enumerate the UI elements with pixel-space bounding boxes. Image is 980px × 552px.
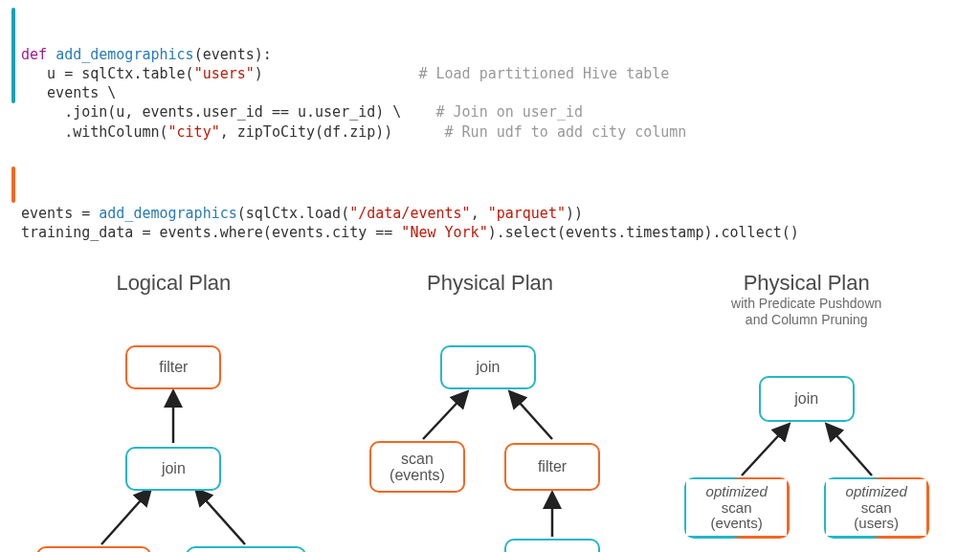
svg-line-4	[511, 393, 552, 439]
code2-str1: "/data/events"	[349, 205, 470, 222]
svg-line-2	[197, 491, 245, 544]
logical-arrows	[25, 298, 322, 552]
code-block-def: def add_demographics(events): u = sqlCtx…	[11, 6, 969, 161]
code-t: (events):	[194, 46, 272, 63]
code-str-city: "city"	[168, 123, 220, 141]
code2-fn: add_demographics	[99, 205, 237, 222]
physical-scan-events-node: scan (events)	[369, 441, 465, 493]
opt-events-intro: optimized	[706, 483, 768, 499]
code-l5b: , zipToCity(df.zip))	[220, 123, 393, 141]
physical-join-node: join	[440, 345, 536, 389]
code2-l1c: ,	[471, 205, 488, 222]
physical-plan: Physical Plan join scan (event	[332, 267, 649, 552]
optimized-scan-events-node: optimized scan (events)	[684, 477, 790, 539]
physical-arrows	[346, 298, 634, 552]
code2-l2a: training_data = events.where(events.city…	[21, 224, 401, 241]
code-cmt2: # Join on user_id	[435, 103, 583, 121]
code2-str-ny: "New York"	[401, 224, 487, 241]
code2-l2b: ).select(events.timestamp).collect()	[488, 224, 799, 241]
code2-str2: "parquet"	[488, 205, 566, 222]
code-bar-orange	[11, 166, 15, 203]
optimized-plan: Physical Plan with Predicate Pushdown an…	[648, 267, 965, 552]
code-l2b: )	[255, 65, 263, 82]
logical-events-file-node: events file	[36, 546, 151, 552]
code-l4: .join(u, events.user_id == u.user_id) \	[21, 103, 401, 121]
code-l2a: u = sqlCtx.table(	[21, 65, 194, 82]
logical-filter-node: filter	[125, 345, 221, 389]
code-fn-name: add_demographics	[56, 46, 194, 63]
logical-join-node: join	[125, 447, 221, 491]
code-cmt1: # Load partitioned Hive table	[418, 65, 669, 82]
logical-plan-title: Logical Plan	[116, 271, 231, 296]
code-l3: events \	[21, 84, 116, 101]
opt-events-rest: scan (events)	[711, 499, 763, 532]
code-str-users: "users"	[194, 65, 255, 82]
code2-l1d: ))	[566, 205, 583, 222]
optimized-plan-title: Physical Plan	[744, 271, 870, 296]
optimized-join-node: join	[759, 376, 855, 422]
code-cmt3: # Run udf to add city column	[445, 123, 687, 141]
svg-line-3	[423, 393, 466, 439]
code2-l1b: (sqlCtx.load(	[237, 205, 349, 222]
optimized-plan-subtitle: with Predicate Pushdown and Column Pruni…	[731, 296, 881, 328]
optimized-scan-users-node: optimized scan (users)	[824, 477, 929, 539]
logical-plan: Logical Plan filter join	[15, 267, 332, 552]
physical-plan-title: Physical Plan	[427, 271, 553, 296]
svg-line-7	[828, 426, 872, 475]
svg-line-1	[101, 491, 149, 544]
svg-line-6	[742, 426, 788, 475]
logical-users-table-node: users table	[186, 546, 306, 552]
code-block-call: events = add_demographics(sqlCtx.load("/…	[11, 165, 969, 261]
code-bar-teal	[11, 8, 15, 103]
physical-scan-users-node: scan (users)	[504, 539, 600, 552]
physical-filter-node: filter	[504, 443, 600, 491]
code-kw-def: def	[21, 46, 47, 63]
opt-users-intro: optimized	[846, 483, 907, 499]
code2-l1a: events =	[21, 205, 99, 222]
code-l5a: .withColumn(	[21, 123, 168, 141]
opt-users-rest: scan (users)	[854, 499, 899, 532]
